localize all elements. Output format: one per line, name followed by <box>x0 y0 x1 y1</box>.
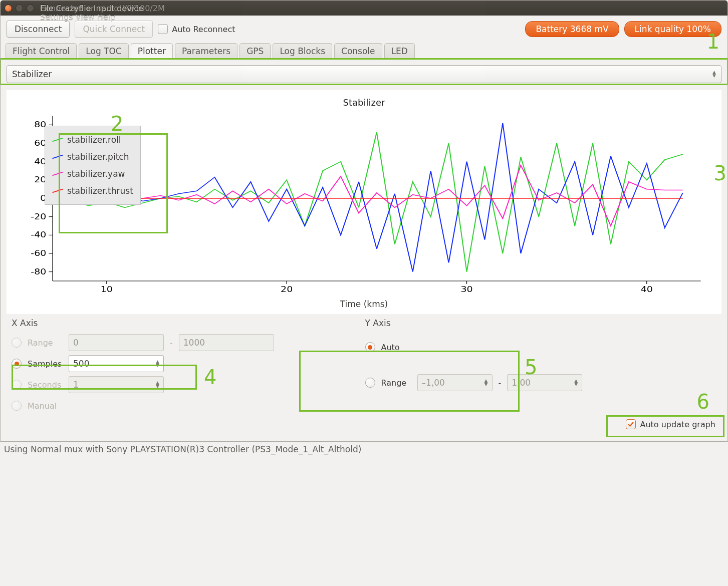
xaxis-manual-radio <box>12 401 22 411</box>
yaxis-range-label: Range <box>381 378 411 388</box>
svg-text:-20: -20 <box>31 212 46 221</box>
legend-line-icon <box>52 155 63 159</box>
xaxis-range-label: Range <box>28 338 63 348</box>
svg-text:30: 30 <box>460 285 472 294</box>
tab-log-toc[interactable]: Log TOC <box>79 43 128 59</box>
yaxis-title: Y Axis <box>365 318 717 328</box>
tab-bar: Flight ControlLog TOCPlotterParametersGP… <box>1 43 727 59</box>
legend-item[interactable]: stabilizer.thrust <box>52 182 133 199</box>
xaxis-range-radio <box>12 338 22 348</box>
status-bar: Using Normal mux with Sony PLAYSTATION(R… <box>0 442 728 456</box>
yaxis-auto-radio[interactable] <box>365 342 375 352</box>
title-bar[interactable]: Connected on radio://0/100/2M File Crazy… <box>1 1 727 16</box>
auto-update-checkbox[interactable] <box>626 419 636 429</box>
legend-line-icon <box>52 189 63 193</box>
svg-text:-80: -80 <box>31 267 46 276</box>
legend-label: stabilizer.yaw <box>67 165 125 182</box>
svg-text:40: 40 <box>641 285 653 294</box>
plotter-panel: Stabilizer ▲▼ Stabilizer -80-60-40-20020… <box>1 59 727 441</box>
xaxis-column: X Axis Range 0 - 1000 Samples 500 ▲▼ <box>12 318 363 416</box>
disconnect-button[interactable]: Disconnect <box>7 21 70 38</box>
xaxis-title: X Axis <box>12 318 363 328</box>
dropdown-arrows-icon: ▲▼ <box>712 71 716 78</box>
axes-controls: X Axis Range 0 - 1000 Samples 500 ▲▼ <box>7 314 721 416</box>
svg-text:-60: -60 <box>31 249 46 258</box>
tab-flight-control[interactable]: Flight Control <box>6 43 77 59</box>
tab-console[interactable]: Console <box>334 43 382 59</box>
close-icon[interactable] <box>5 5 12 12</box>
legend-line-icon <box>52 138 63 142</box>
legend-label: stabilizer.pitch <box>67 148 129 165</box>
legend-item[interactable]: stabilizer.roll <box>52 131 133 148</box>
maximize-icon[interactable] <box>27 5 34 12</box>
window-menu-overlay[interactable]: File Crazyflie Input device Settings Vie… <box>40 4 165 23</box>
xaxis-manual-label: Manual <box>28 401 57 411</box>
legend-label: stabilizer.thrust <box>67 182 133 199</box>
yaxis-column: Y Axis Auto Range –1,00▲▼ - 1,00▲▼ <box>365 318 717 416</box>
xaxis-seconds-label: Seconds <box>28 380 63 390</box>
spinner-icon[interactable]: ▲▼ <box>156 360 159 367</box>
xaxis-range-to-input: 1000 <box>179 334 274 351</box>
quick-connect-button: Quick Connect <box>75 21 153 38</box>
legend-item[interactable]: stabilizer.yaw <box>52 165 133 182</box>
legend-line-icon <box>52 172 63 176</box>
plot-title: Stabilizer <box>15 94 713 111</box>
plot-legend[interactable]: stabilizer.rollstabilizer.pitchstabilize… <box>45 126 141 205</box>
legend-item[interactable]: stabilizer.pitch <box>52 148 133 165</box>
xaxis-samples-input[interactable]: 500 ▲▼ <box>69 355 164 372</box>
yaxis-range-from-input: –1,00▲▼ <box>417 374 493 391</box>
yaxis-range-to-input: 1,00▲▼ <box>507 374 582 391</box>
xaxis-samples-label: Samples <box>28 359 63 369</box>
log-group-value: Stabilizer <box>12 69 52 79</box>
legend-label: stabilizer.roll <box>67 131 121 148</box>
tab-parameters[interactable]: Parameters <box>175 43 237 59</box>
auto-reconnect-checkbox[interactable] <box>158 24 168 34</box>
auto-update-label: Auto update graph <box>640 420 715 429</box>
xaxis-samples-radio[interactable] <box>12 359 22 369</box>
log-group-selector[interactable]: Stabilizer ▲▼ <box>7 65 721 83</box>
xaxis-seconds-radio <box>12 380 22 390</box>
svg-text:10: 10 <box>101 285 113 294</box>
tab-led[interactable]: LED <box>384 43 415 59</box>
yaxis-range-radio[interactable] <box>365 378 375 388</box>
tab-plotter[interactable]: Plotter <box>131 43 173 59</box>
svg-text:-40: -40 <box>31 230 46 239</box>
minimize-icon[interactable] <box>16 5 23 12</box>
plot-area: Stabilizer -80-60-40-2002040608010203040… <box>7 90 721 314</box>
tab-gps[interactable]: GPS <box>239 43 271 59</box>
battery-pill: Battery 3668 mV <box>525 21 619 37</box>
xaxis-range-from-input: 0 <box>69 334 164 351</box>
yaxis-auto-label: Auto <box>381 343 400 352</box>
svg-text:20: 20 <box>281 285 293 294</box>
auto-reconnect-label: Auto Reconnect <box>172 25 235 34</box>
plot-xlabel: Time (kms) <box>15 296 713 309</box>
tab-log-blocks[interactable]: Log Blocks <box>273 43 332 59</box>
link-quality-pill: Link quality 100% <box>624 21 721 37</box>
xaxis-seconds-input: 1 ▲▼ <box>69 376 164 393</box>
checkmark-icon <box>628 421 634 427</box>
app-window: Connected on radio://0/100/2M File Crazy… <box>0 0 728 442</box>
